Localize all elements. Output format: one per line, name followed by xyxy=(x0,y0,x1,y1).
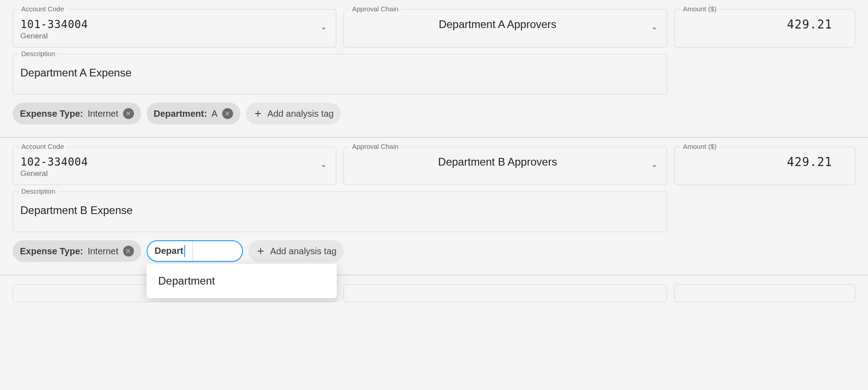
amount-label: Amount ($) xyxy=(680,5,719,13)
description-label: Description xyxy=(19,50,58,58)
account-code-subtype: General xyxy=(20,169,313,178)
tag-chip-editing[interactable]: Depart xyxy=(147,240,243,262)
expense-line-3 xyxy=(0,275,868,302)
add-analysis-tag-label: Add analysis tag xyxy=(267,109,334,119)
add-analysis-tag-label: Add analysis tag xyxy=(270,246,337,257)
add-analysis-tag-button[interactable]: Add analysis tag xyxy=(246,103,341,124)
approval-chain-select[interactable] xyxy=(343,284,667,302)
approval-chain-label: Approval Chain xyxy=(349,5,401,13)
approval-chain-value: Department B Approvers xyxy=(438,155,557,169)
tag-chip-input[interactable] xyxy=(192,241,242,261)
description-value: Department B Expense xyxy=(20,204,659,217)
approval-chain-value: Department A Approvers xyxy=(439,18,556,31)
expense-line-1: Account Code 101-334004 General Approval… xyxy=(0,0,868,138)
analysis-tags: Expense Type: Internet Department: A Add… xyxy=(13,103,855,124)
tag-chip-value: Internet xyxy=(88,109,119,119)
autocomplete-popup: Department xyxy=(147,264,337,298)
tag-chip[interactable]: Department: A xyxy=(147,103,240,124)
close-icon[interactable] xyxy=(222,108,233,119)
chevron-down-icon xyxy=(649,161,659,171)
analysis-tags: Expense Type: Internet Depart Department… xyxy=(13,240,855,262)
account-code-subtype: General xyxy=(20,31,313,41)
close-icon[interactable] xyxy=(123,108,134,119)
chevron-down-icon xyxy=(649,24,659,33)
amount-label: Amount ($) xyxy=(680,143,719,151)
tag-chip-editing-text: Depart xyxy=(155,245,185,257)
tag-chip-label: Department: xyxy=(154,109,207,119)
account-code-select[interactable]: Account Code 101-334004 General xyxy=(13,9,336,48)
tag-chip-label: Expense Type: xyxy=(20,246,83,257)
amount-field[interactable]: Amount ($) 429.21 xyxy=(674,9,855,48)
tag-chip-value: A xyxy=(211,109,217,119)
autocomplete-item[interactable]: Department xyxy=(147,267,337,295)
chevron-down-icon xyxy=(319,24,329,33)
amount-value: 429.21 xyxy=(682,18,832,31)
plus-icon xyxy=(253,109,263,119)
approval-chain-label: Approval Chain xyxy=(349,143,401,151)
tag-chip[interactable]: Expense Type: Internet xyxy=(13,103,141,124)
add-analysis-tag-button[interactable]: Add analysis tag xyxy=(248,240,344,262)
account-code-value: 102-334004 xyxy=(20,155,313,169)
tag-chip-value: Internet xyxy=(88,246,119,257)
amount-value: 429.21 xyxy=(682,155,832,169)
plus-icon xyxy=(256,246,266,256)
approval-chain-select[interactable]: Approval Chain Department A Approvers xyxy=(343,9,667,48)
account-code-label: Account Code xyxy=(19,143,67,151)
expense-line-2: Account Code 102-334004 General Approval… xyxy=(0,138,868,275)
amount-field[interactable]: Amount ($) 429.21 xyxy=(674,147,855,185)
description-field[interactable]: Description Department A Expense xyxy=(13,54,667,95)
account-code-value: 101-334004 xyxy=(20,18,313,31)
approval-chain-select[interactable]: Approval Chain Department B Approvers xyxy=(343,147,667,185)
description-field[interactable]: Description Department B Expense xyxy=(13,191,667,232)
chevron-down-icon xyxy=(319,161,329,171)
account-code-select[interactable]: Account Code 102-334004 General xyxy=(13,147,336,185)
description-value: Department A Expense xyxy=(20,66,659,80)
amount-field[interactable] xyxy=(674,284,855,302)
tag-chip-label: Expense Type: xyxy=(20,109,83,119)
close-icon[interactable] xyxy=(123,246,134,257)
description-label: Description xyxy=(19,187,58,195)
tag-chip[interactable]: Expense Type: Internet xyxy=(13,240,141,262)
account-code-label: Account Code xyxy=(19,5,67,13)
